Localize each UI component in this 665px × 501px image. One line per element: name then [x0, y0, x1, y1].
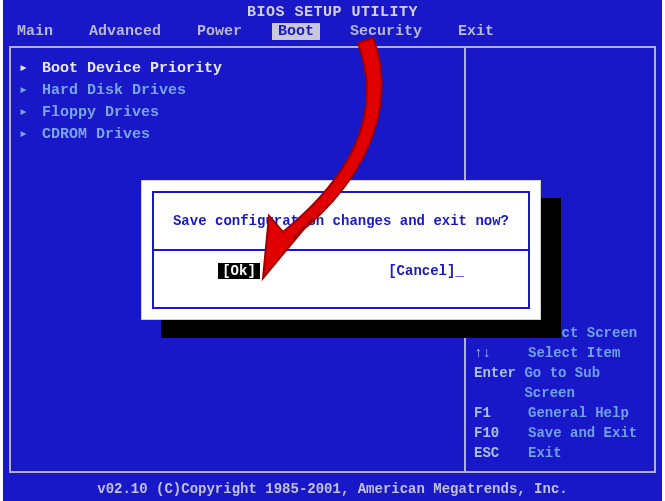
boot-item-label: Hard Disk Drives — [42, 82, 186, 99]
help-key: ↑↓ — [474, 343, 528, 363]
boot-item-label: Boot Device Priority — [42, 60, 222, 77]
triangle-right-icon: ▸ — [19, 80, 33, 102]
menu-power[interactable]: Power — [191, 23, 248, 40]
bios-screen: BIOS SETUP UTILITY Main Advanced Power B… — [3, 0, 662, 501]
help-key: F10 — [474, 423, 528, 443]
triangle-right-icon: ▸ — [19, 102, 33, 124]
menu-boot[interactable]: Boot — [272, 23, 320, 40]
boot-item-hdd[interactable]: ▸ Hard Disk Drives — [19, 80, 456, 102]
ok-button[interactable]: [Ok] — [218, 263, 260, 279]
menu-advanced[interactable]: Advanced — [83, 23, 167, 40]
dialog-message: Save configuration changes and exit now? — [154, 193, 528, 249]
dialog-frame: Save configuration changes and exit now?… — [152, 191, 530, 309]
cursor-icon: _ — [455, 263, 463, 279]
help-action: Go to Sub Screen — [524, 363, 650, 403]
bios-title: BIOS SETUP UTILITY — [3, 0, 662, 23]
dialog-buttons: [Ok] [Cancel]_ — [154, 251, 528, 289]
triangle-right-icon: ▸ — [19, 58, 33, 80]
boot-item-label: Floppy Drives — [42, 104, 159, 121]
menu-security[interactable]: Security — [344, 23, 428, 40]
boot-item-priority[interactable]: ▸ Boot Device Priority — [19, 58, 456, 80]
menubar: Main Advanced Power Boot Security Exit — [3, 23, 662, 44]
help-key: F1 — [474, 403, 528, 423]
boot-item-floppy[interactable]: ▸ Floppy Drives — [19, 102, 456, 124]
menu-exit[interactable]: Exit — [452, 23, 500, 40]
confirm-dialog: Save configuration changes and exit now?… — [141, 180, 541, 320]
triangle-right-icon: ▸ — [19, 124, 33, 146]
help-action: Save and Exit — [528, 423, 637, 443]
menu-main[interactable]: Main — [11, 23, 59, 40]
help-key: ESC — [474, 443, 528, 463]
help-action: Select Item — [528, 343, 620, 363]
boot-menu-list: ▸ Boot Device Priority ▸ Hard Disk Drive… — [11, 48, 464, 156]
help-action: Exit — [528, 443, 562, 463]
boot-item-cdrom[interactable]: ▸ CDROM Drives — [19, 124, 456, 146]
help-key: Enter — [474, 363, 524, 403]
help-action: General Help — [528, 403, 629, 423]
boot-item-label: CDROM Drives — [42, 126, 150, 143]
cancel-button[interactable]: [Cancel]_ — [388, 263, 464, 279]
help-legend: ←→Select Screen ↑↓Select Item EnterGo to… — [474, 323, 650, 463]
footer-copyright: v02.10 (C)Copyright 1985-2001, American … — [3, 481, 662, 497]
